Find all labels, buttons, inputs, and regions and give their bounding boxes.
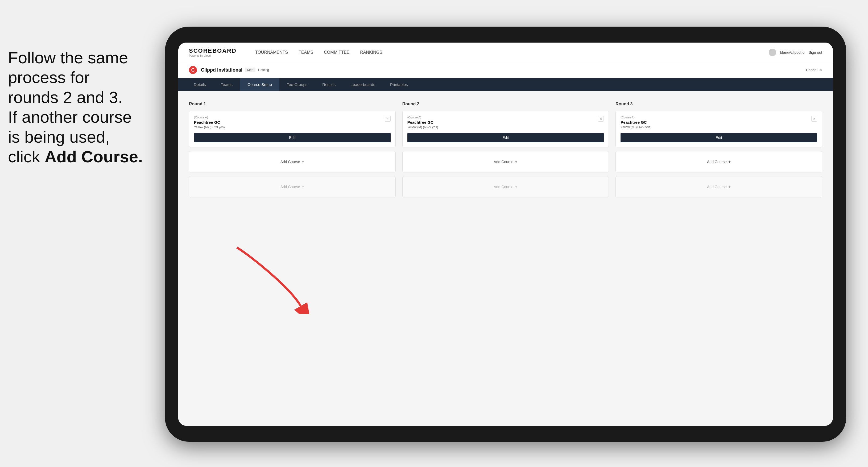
edit-course-button[interactable]: Edit <box>194 133 391 143</box>
course-details: Yellow (M) (6629 yds) <box>621 125 651 129</box>
plus-icon: + <box>728 159 731 164</box>
round-1-column: Round 1 (Course A) Peachtree GC Yellow (… <box>189 102 396 201</box>
card-header: (Course A) Peachtree GC Yellow (M) (6629… <box>621 116 817 133</box>
user-email: blair@clippd.io <box>780 50 805 55</box>
logo-subtitle: Powered by clippd <box>189 54 237 57</box>
course-name: Peachtree GC <box>194 120 225 125</box>
delete-course-button[interactable]: × <box>598 116 604 122</box>
rounds-grid: Round 1 (Course A) Peachtree GC Yellow (… <box>189 102 822 201</box>
tab-tee-groups[interactable]: Tee Groups <box>279 78 315 91</box>
round-2-course-card: (Course A) Peachtree GC Yellow (M) (6629… <box>402 111 609 148</box>
add-course-button-2a[interactable]: Add Course + <box>402 151 609 173</box>
add-course-button-3a[interactable]: Add Course + <box>616 151 822 173</box>
nav-tournaments[interactable]: TOURNAMENTS <box>255 50 288 55</box>
main-content: Round 1 (Course A) Peachtree GC Yellow (… <box>178 91 833 426</box>
add-course-button-1b: Add Course + <box>189 176 396 197</box>
round-3-title: Round 3 <box>616 102 822 106</box>
nav-rankings[interactable]: RANKINGS <box>360 50 382 55</box>
round-2-column: Round 2 (Course A) Peachtree GC Yellow (… <box>402 102 609 201</box>
top-navbar: SCOREBOARD Powered by clippd TOURNAMENTS… <box>178 42 833 62</box>
add-course-button-1a[interactable]: Add Course + <box>189 151 396 173</box>
course-name: Peachtree GC <box>621 120 651 125</box>
course-label: (Course A) <box>194 116 225 119</box>
nav-teams[interactable]: TEAMS <box>299 50 313 55</box>
tab-leaderboards[interactable]: Leaderboards <box>343 78 383 91</box>
tab-course-setup[interactable]: Course Setup <box>240 78 279 91</box>
round-2-title: Round 2 <box>402 102 609 106</box>
nav-committee[interactable]: COMMITTEE <box>324 50 349 55</box>
delete-course-button[interactable]: × <box>811 116 817 122</box>
add-course-button-3b: Add Course + <box>616 176 822 197</box>
course-label: (Course A) <box>407 116 438 119</box>
add-course-emphasis: Add Course. <box>45 148 143 166</box>
card-header: (Course A) Peachtree GC Yellow (M) (6629… <box>194 116 391 133</box>
instruction-text: Follow the same process for rounds 2 and… <box>8 49 143 166</box>
course-name: Peachtree GC <box>407 120 438 125</box>
cancel-button[interactable]: Cancel ✕ <box>806 68 822 72</box>
round-3-column: Round 3 (Course A) Peachtree GC Yellow (… <box>616 102 822 201</box>
tournament-gender-badge: Men <box>245 68 255 72</box>
add-course-button-2b: Add Course + <box>402 176 609 197</box>
sign-out-link[interactable]: Sign out <box>809 50 822 55</box>
user-avatar <box>769 49 776 56</box>
plus-icon: + <box>302 159 304 164</box>
delete-course-button[interactable]: × <box>385 116 391 122</box>
close-icon: ✕ <box>819 68 822 72</box>
plus-icon: + <box>728 184 731 189</box>
clippd-logo: C <box>189 66 197 74</box>
scoreboard-logo: SCOREBOARD <box>189 48 237 54</box>
round-1-course-card: (Course A) Peachtree GC Yellow (M) (6629… <box>189 111 396 148</box>
tournament-name: Clippd Invitational <box>201 67 242 73</box>
card-header: (Course A) Peachtree GC Yellow (M) (6629… <box>407 116 604 133</box>
course-details: Yellow (M) (6629 yds) <box>194 125 225 129</box>
tablet-device: SCOREBOARD Powered by clippd TOURNAMENTS… <box>165 27 846 442</box>
nav-links: TOURNAMENTS TEAMS COMMITTEE RANKINGS <box>255 50 755 55</box>
hosting-badge: Hosting <box>258 68 269 72</box>
edit-course-button[interactable]: Edit <box>621 133 817 143</box>
tab-teams[interactable]: Teams <box>213 78 240 91</box>
tab-results[interactable]: Results <box>315 78 343 91</box>
sub-header: C Clippd Invitational Men Hosting Cancel… <box>178 62 833 78</box>
tab-details[interactable]: Details <box>186 78 213 91</box>
tablet-screen: SCOREBOARD Powered by clippd TOURNAMENTS… <box>178 42 833 426</box>
plus-icon: + <box>302 184 304 189</box>
tab-bar: Details Teams Course Setup Tee Groups Re… <box>178 78 833 91</box>
instruction-panel: Follow the same process for rounds 2 and… <box>0 48 154 166</box>
plus-icon: + <box>515 159 517 164</box>
plus-icon: + <box>515 184 517 189</box>
course-details: Yellow (M) (6629 yds) <box>407 125 438 129</box>
round-3-course-card: (Course A) Peachtree GC Yellow (M) (6629… <box>616 111 822 148</box>
nav-right: blair@clippd.io Sign out <box>769 49 822 56</box>
tab-printables[interactable]: Printables <box>383 78 415 91</box>
edit-course-button[interactable]: Edit <box>407 133 604 143</box>
course-label: (Course A) <box>621 116 651 119</box>
round-1-title: Round 1 <box>189 102 396 106</box>
logo-area: SCOREBOARD Powered by clippd <box>189 48 237 57</box>
